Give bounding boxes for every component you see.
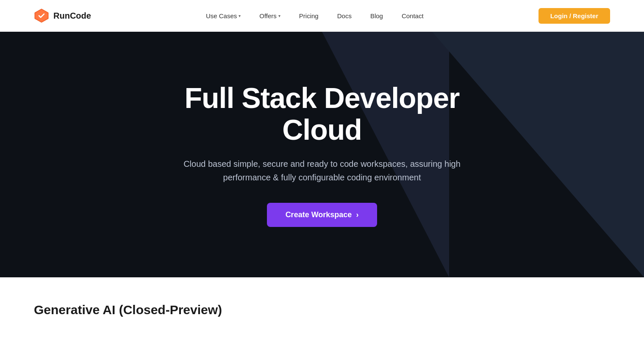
hero-title: Full Stack Developer Cloud — [148, 82, 496, 146]
hero-subtitle: Cloud based simple, secure and ready to … — [161, 157, 483, 184]
navbar: RunCode Use Cases ▾ Offers ▾ Pricing Doc… — [0, 0, 644, 32]
nav-links: Use Cases ▾ Offers ▾ Pricing Docs Blog C… — [198, 9, 431, 23]
create-workspace-button[interactable]: Create Workspace › — [267, 203, 378, 227]
nav-pricing[interactable]: Pricing — [291, 9, 326, 23]
nav-use-cases[interactable]: Use Cases ▾ — [198, 9, 248, 23]
generative-ai-title: Generative AI (Closed-Preview) — [34, 303, 610, 317]
cta-chevron-icon: › — [356, 210, 358, 219]
nav-blog[interactable]: Blog — [363, 9, 391, 23]
nav-docs[interactable]: Docs — [330, 9, 359, 23]
use-cases-chevron-icon: ▾ — [239, 14, 241, 18]
login-register-button[interactable]: Login / Register — [539, 8, 610, 24]
nav-contact[interactable]: Contact — [394, 9, 431, 23]
below-hero-section: Generative AI (Closed-Preview) — [0, 277, 644, 334]
nav-offers[interactable]: Offers ▾ — [252, 9, 288, 23]
hero-content: Full Stack Developer Cloud Cloud based s… — [131, 82, 513, 227]
runcode-logo-icon — [34, 8, 49, 23]
logo-text: RunCode — [53, 11, 91, 21]
hero-section: Full Stack Developer Cloud Cloud based s… — [0, 32, 644, 277]
offers-chevron-icon: ▾ — [278, 14, 280, 18]
logo[interactable]: RunCode — [34, 8, 91, 23]
